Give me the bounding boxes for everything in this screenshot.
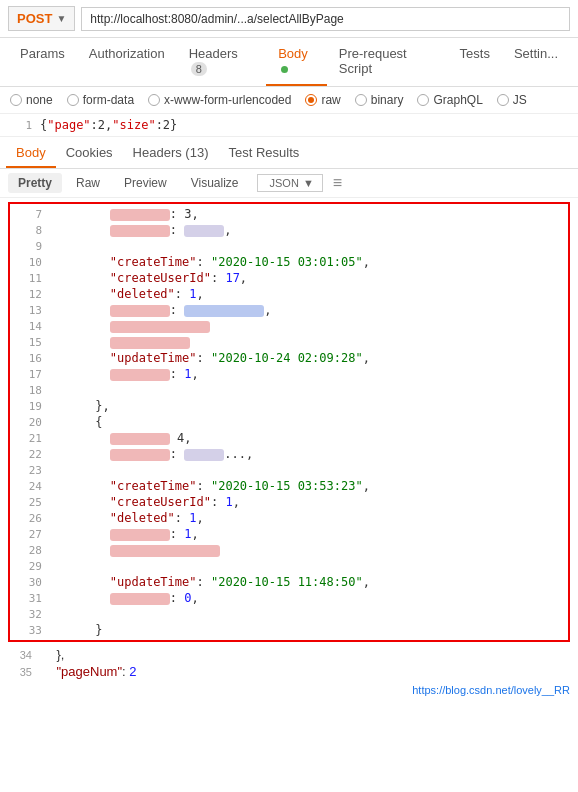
- response-tab-headers[interactable]: Headers (13): [123, 139, 219, 168]
- fmt-pretty[interactable]: Pretty: [8, 173, 62, 193]
- radio-circle-graphql: [417, 94, 429, 106]
- radio-circle-binary: [355, 94, 367, 106]
- json-line-27: 27 : 1,: [10, 526, 568, 542]
- tab-params[interactable]: Params: [8, 38, 77, 86]
- json-line-17: 17 : 1,: [10, 366, 568, 382]
- format-bar: Pretty Raw Preview Visualize JSON ▼ ≡: [0, 169, 578, 198]
- fmt-raw[interactable]: Raw: [66, 173, 110, 193]
- radio-graphql[interactable]: GraphQL: [417, 93, 482, 107]
- json-line-13: 13 : ,: [10, 302, 568, 318]
- watermark: https://blog.csdn.net/lovely__RR: [0, 680, 578, 700]
- json-line-16: 16 "updateTime": "2020-10-24 02:09:28",: [10, 350, 568, 366]
- json-line-28: 28: [10, 542, 568, 558]
- fmt-json-dropdown[interactable]: JSON ▼: [257, 174, 323, 192]
- nav-tabs: Params Authorization Headers 8 Body Pre-…: [0, 38, 578, 87]
- json-line-15: 15: [10, 334, 568, 350]
- response-tabs: Body Cookies Headers (13) Test Results: [0, 139, 578, 169]
- json-line-9: 9: [10, 238, 568, 254]
- radio-raw[interactable]: raw: [305, 93, 340, 107]
- body-dot: [281, 66, 288, 73]
- json-line-18: 18: [10, 382, 568, 398]
- request-line-num: 1: [8, 119, 32, 132]
- method-select[interactable]: POST ▼: [8, 6, 75, 31]
- tab-headers[interactable]: Headers 8: [177, 38, 266, 86]
- body-type-row: none form-data x-www-form-urlencoded raw…: [0, 87, 578, 114]
- tab-prerequest[interactable]: Pre-request Script: [327, 38, 448, 86]
- response-tab-body[interactable]: Body: [6, 139, 56, 168]
- lines-icon[interactable]: ≡: [333, 174, 342, 192]
- json-line-21: 21 4,: [10, 430, 568, 446]
- tab-settings[interactable]: Settin...: [502, 38, 570, 86]
- json-line-24: 24 "createTime": "2020-10-15 03:53:23",: [10, 478, 568, 494]
- json-line-19: 19 },: [10, 398, 568, 414]
- json-line-8: 8 : ,: [10, 222, 568, 238]
- radio-binary[interactable]: binary: [355, 93, 404, 107]
- radio-js[interactable]: JS: [497, 93, 527, 107]
- json-line-23: 23: [10, 462, 568, 478]
- radio-circle-none: [10, 94, 22, 106]
- radio-form-data[interactable]: form-data: [67, 93, 134, 107]
- json-line-31: 31 : 0,: [10, 590, 568, 606]
- json-line-7: 7 : 3,: [10, 206, 568, 222]
- extra-line-34: 34 },: [0, 646, 578, 663]
- json-line-10: 10 "createTime": "2020-10-15 03:01:05",: [10, 254, 568, 270]
- json-line-25: 25 "createUserId": 1,: [10, 494, 568, 510]
- tab-body[interactable]: Body: [266, 38, 327, 86]
- radio-circle-raw: [305, 94, 317, 106]
- radio-circle-form-data: [67, 94, 79, 106]
- url-bar: POST ▼: [0, 0, 578, 38]
- request-code-editor: 1 {"page":2,"size":2}: [0, 114, 578, 137]
- method-label: POST: [17, 11, 52, 26]
- tab-tests[interactable]: Tests: [448, 38, 502, 86]
- request-code-content: {"page":2,"size":2}: [40, 118, 177, 132]
- radio-none[interactable]: none: [10, 93, 53, 107]
- json-line-26: 26 "deleted": 1,: [10, 510, 568, 526]
- json-line-29: 29: [10, 558, 568, 574]
- fmt-visualize[interactable]: Visualize: [181, 173, 249, 193]
- url-input[interactable]: [81, 7, 570, 31]
- radio-circle-urlencoded: [148, 94, 160, 106]
- json-line-32: 32: [10, 606, 568, 622]
- response-tab-testresults[interactable]: Test Results: [218, 139, 309, 168]
- json-line-12: 12 "deleted": 1,: [10, 286, 568, 302]
- radio-urlencoded[interactable]: x-www-form-urlencoded: [148, 93, 291, 107]
- fmt-preview[interactable]: Preview: [114, 173, 177, 193]
- tab-authorization[interactable]: Authorization: [77, 38, 177, 86]
- json-line-14: 14: [10, 318, 568, 334]
- radio-circle-js: [497, 94, 509, 106]
- response-tab-cookies[interactable]: Cookies: [56, 139, 123, 168]
- json-line-11: 11 "createUserId": 17,: [10, 270, 568, 286]
- json-line-30: 30 "updateTime": "2020-10-15 11:48:50",: [10, 574, 568, 590]
- extra-line-35: 35 "pageNum": 2: [0, 663, 578, 680]
- json-response-area: 7 : 3, 8 : , 9 10 "createTime": "2020-10…: [8, 202, 570, 642]
- json-line-22: 22 : ...,: [10, 446, 568, 462]
- json-line-20: 20 {: [10, 414, 568, 430]
- extra-lines: 34 }, 35 "pageNum": 2: [0, 646, 578, 680]
- json-line-33: 33 }: [10, 622, 568, 638]
